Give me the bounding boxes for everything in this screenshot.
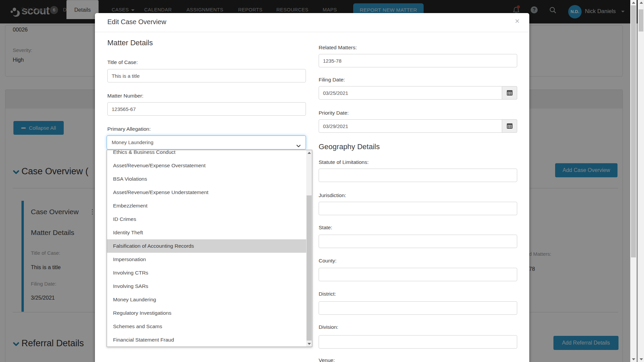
dropdown-option[interactable]: Involving SARs: [107, 280, 306, 293]
primary-allegation-label: Primary Allegation:: [107, 126, 151, 132]
priority-date-input[interactable]: [319, 119, 502, 133]
dropdown-option[interactable]: Regulatory Investigations: [107, 306, 306, 320]
district-label: District:: [319, 291, 336, 297]
dropdown-option[interactable]: Involving CTRs: [107, 266, 306, 280]
modal-title: Edit Case Overview: [107, 18, 166, 26]
primary-allegation-value: Money Laundering: [112, 139, 153, 145]
statute-of-limitations-input[interactable]: [319, 169, 517, 182]
dropdown-scrollbar-thumb[interactable]: [307, 195, 312, 341]
dropdown-option[interactable]: Asset/Revenue/Expense Overstatement: [107, 159, 306, 172]
calendar-icon[interactable]: [502, 119, 517, 133]
dropdown-option[interactable]: ID Crimes: [107, 213, 306, 226]
modal-scrollbar-thumb[interactable]: [631, 5, 636, 257]
statute-of-limitations-label: Statute of Limitations:: [319, 159, 369, 165]
dropdown-option[interactable]: Impersonation: [107, 253, 306, 266]
matter-details-heading: Matter Details: [107, 39, 153, 47]
jurisdiction-input[interactable]: [319, 202, 517, 215]
priority-date-label: Priority Date:: [319, 110, 349, 116]
title-of-case-input[interactable]: [107, 69, 306, 82]
state-input[interactable]: [319, 235, 517, 248]
dropdown-option[interactable]: Identity Theft: [107, 226, 306, 239]
modal-scrollbar[interactable]: [630, 0, 637, 362]
geography-details-heading: Geography Details: [319, 142, 380, 151]
scroll-up-icon[interactable]: [632, 2, 635, 4]
related-matters-label: Related Matters:: [319, 45, 357, 51]
related-matters-input[interactable]: [319, 54, 517, 67]
modal-header: Edit Case Overview ×: [95, 13, 529, 32]
scroll-down-icon[interactable]: [308, 343, 311, 345]
browser-scrollbar-thumb[interactable]: [639, 9, 643, 32]
matter-number-label: Matter Number:: [107, 93, 144, 99]
dropdown-option[interactable]: Embezzlement: [107, 199, 306, 213]
jurisdiction-label: Jurisdiction:: [319, 192, 346, 198]
scroll-down-icon[interactable]: [640, 358, 643, 360]
dropdown-option[interactable]: Money Laundering: [107, 293, 306, 306]
dropdown-option[interactable]: Ethics & Business Conduct: [107, 150, 306, 159]
filing-date-input[interactable]: [319, 86, 502, 100]
calendar-icon[interactable]: [502, 86, 517, 100]
matter-number-input[interactable]: [107, 102, 306, 116]
district-input[interactable]: [319, 301, 517, 315]
dropdown-scrollbar[interactable]: [306, 150, 312, 347]
browser-scrollbar[interactable]: [638, 0, 644, 362]
scroll-up-icon[interactable]: [640, 2, 643, 4]
dropdown-option[interactable]: Financial Statement Fraud: [107, 333, 306, 347]
division-label: Division:: [319, 324, 338, 330]
division-input[interactable]: [319, 335, 517, 349]
dropdown-option[interactable]: Asset/Revenue/Expense Understatement: [107, 186, 306, 199]
dropdown-options: Ethics & Business Conduct Asset/Revenue/…: [107, 150, 306, 347]
primary-allegation-dropdown: Ethics & Business Conduct Asset/Revenue/…: [107, 150, 312, 347]
dropdown-option[interactable]: BSA Violations: [107, 172, 306, 186]
calendar-glyph: [507, 90, 513, 96]
venue-label: Venue:: [319, 357, 335, 362]
calendar-glyph: [507, 123, 513, 129]
screen: scout DASHBOARD CASES CALENDAR ASSIGNMEN…: [0, 0, 644, 362]
dropdown-option[interactable]: Schemes and Scams: [107, 320, 306, 333]
primary-allegation-select[interactable]: Money Laundering: [107, 135, 306, 149]
scroll-up-icon[interactable]: [308, 152, 311, 154]
county-input[interactable]: [319, 268, 517, 281]
state-label: State:: [319, 225, 332, 231]
title-of-case-label: Title of Case:: [107, 59, 138, 65]
scroll-down-icon[interactable]: [632, 358, 635, 360]
county-label: County:: [319, 258, 336, 264]
filing-date-label: Filing Date:: [319, 77, 345, 83]
dropdown-option-highlighted[interactable]: Falsification of Accounting Records: [107, 239, 306, 253]
close-icon[interactable]: ×: [515, 16, 520, 26]
